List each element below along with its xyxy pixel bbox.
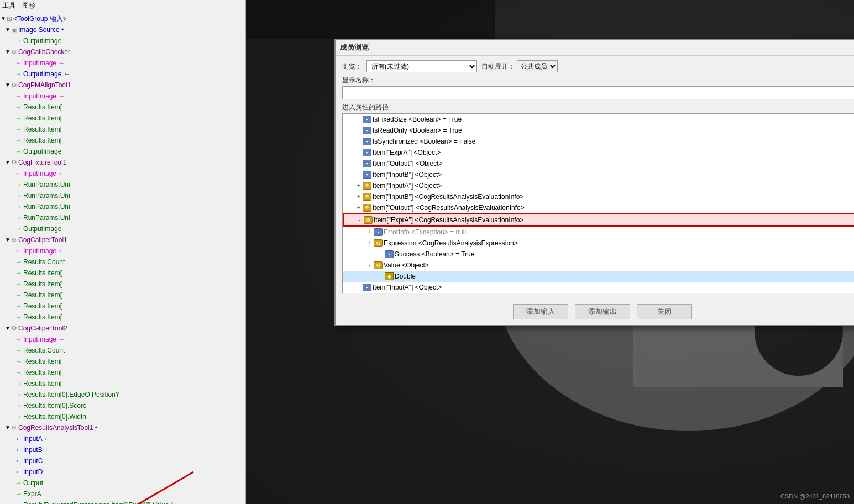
tv-item-item-inputa-end[interactable]: ▪ Item["InputA"] <Object> <box>343 282 854 293</box>
tree-item-output-rat[interactable]: → Output <box>0 477 245 489</box>
tv-item-item-expra-highlighted[interactable]: - ⚙ Item["ExprA"] <CogResultsAnalysisEva… <box>343 213 854 227</box>
tree-item-results-pm3[interactable]: → Results.Item[ <box>0 124 245 135</box>
path-label: 进入属性的路径 <box>342 103 854 112</box>
prop-icon: ▪ <box>363 138 371 145</box>
tv-label: ErrorInfo <Exception> = null <box>384 227 466 237</box>
tree-item-inputimage-cc[interactable]: ← InputImage ← <box>0 57 245 69</box>
tree-label: Results.Count <box>23 257 65 267</box>
tree-item-ri-ct1-5[interactable]: → Results.Item[ <box>0 312 245 323</box>
tree-item-outputimage1[interactable]: → OutputImage <box>0 35 245 46</box>
add-input-button[interactable]: 添加输入 <box>513 304 568 319</box>
modal-overlay: 成员浏览 × 浏览： 所有(未过滤) 公共成员 私有成员 自动展开： <box>246 0 854 504</box>
display-name-section: 显示名称： <box>342 76 854 99</box>
tree-item-runparams4[interactable]: → RunParams.Uni <box>0 212 245 223</box>
tv-item-expression[interactable]: + ⚙ Expression <CogResultsAnalysisExpres… <box>343 238 854 249</box>
tree-label: InputImage ← <box>23 334 65 344</box>
add-output-button[interactable]: 添加输出 <box>575 304 630 319</box>
tv-item-item-inputb-cog[interactable]: + ⚙ Item["InputB"] <CogResultsAnalysisEv… <box>343 191 854 202</box>
tree-item-toolgroup[interactable]: ▼ ⊞ <ToolGroup 输入> <box>0 13 245 24</box>
tree-item-score[interactable]: → Results.Item[0].Score <box>0 400 245 411</box>
close-button[interactable]: 关闭 <box>637 304 692 319</box>
tree-item-inputb[interactable]: ← InputB ← <box>0 444 245 455</box>
tv-item-item-inputb-obj[interactable]: ▪ Item["InputB"] <Object> <box>343 169 854 180</box>
tree-label: RunParams.Uni <box>23 202 70 212</box>
tree-item-count-ct2[interactable]: → Results.Count <box>0 345 245 356</box>
tree-label: InputB ← <box>23 445 51 455</box>
tree-item-imagesource[interactable]: ▼ ▣ Image Source • <box>0 24 245 35</box>
tool-tree: ▼ ⊞ <ToolGroup 输入> ▼ ▣ Image Source • → … <box>0 12 245 504</box>
tree-item-outputimage-pm[interactable]: → OutputImage <box>0 146 245 157</box>
diamond-icon: ◆ <box>385 272 394 280</box>
tree-item-cogcaliper2[interactable]: ▼ ⚙ CogCaliperTool2 <box>0 323 245 334</box>
tree-item-results-pm4[interactable]: → Results.Item[ <box>0 135 245 146</box>
tv-item-item-expra-obj[interactable]: ▪ Item["ExprA"] <Object> <box>343 147 854 158</box>
tree-item-ri-ct2-2[interactable]: → Results.Item[ <box>0 367 245 378</box>
tv-item-item-output-obj[interactable]: ▪ Item["Output"] <Object> <box>343 158 854 169</box>
tree-item-inputimage-pm[interactable]: ← InputImage ← <box>0 91 245 102</box>
tree-item-count-ct1[interactable]: → Results.Count <box>0 256 245 267</box>
tree-label: ExprA <box>23 489 41 499</box>
prop-icon: ▪ <box>374 228 383 236</box>
tree-item-ri-ct1-2[interactable]: → Results.Item[ <box>0 279 245 290</box>
tree-item-runparams2[interactable]: → RunParams.Uni <box>0 190 245 201</box>
tree-label: OutputImage <box>23 224 61 234</box>
tree-item-cogcalibchecker[interactable]: ▼ ⚙ CogCalibChecker <box>0 46 245 57</box>
tv-item-errorinfo[interactable]: + ▪ ErrorInfo <Exception> = null <box>343 227 854 238</box>
tv-label: Item["InputA"] <Object> <box>373 282 442 292</box>
tree-item-inputa[interactable]: ← InputA ← <box>0 433 245 444</box>
tree-item-outputimage-ft[interactable]: → OutputImage <box>0 223 245 234</box>
tree-item-ri-ct1-3[interactable]: → Results.Item[ <box>0 290 245 301</box>
tv-item-item-inputa-cog[interactable]: + ⚙ Item["InputA"] <Object> <box>343 180 854 191</box>
tree-label: Output <box>23 478 43 488</box>
tree-item-runparams3[interactable]: → RunParams.Uni <box>0 201 245 212</box>
tree-item-inputimage-ct2[interactable]: ← InputImage ← <box>0 334 245 345</box>
tv-item-issynchronized[interactable]: ▪ IsSynchronized <Boolean> = False <box>343 136 854 147</box>
tree-item-results-pm1[interactable]: → Results.Item[ <box>0 102 245 113</box>
tree-item-inputimage-ct1[interactable]: ← InputImage ← <box>0 245 245 256</box>
tree-label: Results.Item[ <box>23 279 62 289</box>
tree-item-edgepos[interactable]: → Results.Item[0].EdgeO.PositionY <box>0 389 245 400</box>
tree-item-ri-ct1-1[interactable]: → Results.Item[ <box>0 267 245 279</box>
tv-item-isreadonly[interactable]: ▪ IsReadOnly <Boolean> = True <box>343 125 854 136</box>
tree-item-inputd[interactable]: ← InputD <box>0 466 245 477</box>
tv-label: Item["ExprA"] <Object> <box>373 148 441 158</box>
menu-shapes[interactable]: 图形 <box>22 1 35 11</box>
filter-select[interactable]: 所有(未过滤) 公共成员 私有成员 <box>366 60 477 72</box>
tv-item-success[interactable]: ▪ Success <Boolean> = True <box>343 249 854 260</box>
tree-label: InputImage ← <box>23 246 65 256</box>
right-panel: 15.96mm 成员浏览 × 浏览： 所有(未过滤) 公共成员 私有成员 <box>246 0 854 504</box>
display-name-input[interactable] <box>342 86 854 99</box>
tree-label: Results.Item[ <box>23 268 62 278</box>
tree-item-outputimage-cc[interactable]: → OutputImage ← <box>0 69 245 80</box>
tree-item-ri-ct1-4[interactable]: → Results.Item[ <box>0 301 245 312</box>
auto-expand-select[interactable]: 公共成员 <box>517 60 558 72</box>
tree-item-cogpmalign[interactable]: ▼ ⚙ CogPMAlignTool1 <box>0 80 245 91</box>
tree-label: RunParams.Uni <box>23 213 70 223</box>
tree-item-inputc[interactable]: ← InputC <box>0 455 245 466</box>
gear-icon: ⚙ <box>363 204 371 212</box>
tree-label: OutputImage ← <box>23 69 70 79</box>
tree-item-result-eval[interactable]: → Result.EvaluatedExpressions.Item["Expr… <box>0 500 245 504</box>
menu-tools[interactable]: 工具 <box>2 1 15 11</box>
tree-item-cogresults[interactable]: ▼ ⚙ CogResultsAnalysisTool1 • <box>0 422 245 433</box>
tree-item-inputimage-ft[interactable]: ← InputImage ← <box>0 168 245 179</box>
tv-item-item-output-cog[interactable]: + ⚙ Item["Output"] <CogResultsAnalysisEv… <box>343 202 854 213</box>
tree-item-width[interactable]: → Results.Item[0].Width <box>0 411 245 422</box>
tv-label: IsSynchronized <Boolean> = False <box>373 136 475 146</box>
tree-item-ri-ct2-3[interactable]: → Results.Item[ <box>0 378 245 389</box>
tv-item-value[interactable]: - ⚙ Value <Object> <box>343 260 854 271</box>
tree-item-expra[interactable]: → ExprA <box>0 489 245 500</box>
tree-label: CogCaliperTool1 <box>18 235 67 245</box>
tv-item-double[interactable]: ◆ Double <box>343 271 854 282</box>
tree-item-results-pm2[interactable]: → Results.Item[ <box>0 113 245 124</box>
member-tree-view[interactable]: ▪ IsFixedSize <Boolean> = True ▪ IsReadO… <box>342 113 854 293</box>
tree-item-cogfixture[interactable]: ▼ ⚙ CogFixtureTool1 <box>0 157 245 168</box>
tree-item-runparams1[interactable]: → RunParams.Uni <box>0 179 245 190</box>
gear-icon: ⚙ <box>363 193 371 201</box>
filter-row: 浏览： 所有(未过滤) 公共成员 私有成员 自动展开： 公共成员 <box>342 60 854 72</box>
tree-label: Results.Item[ <box>23 124 62 134</box>
tree-item-cogcaliper1[interactable]: ▼ ⚙ CogCaliperTool1 <box>0 234 245 245</box>
tree-item-ri-ct2-1[interactable]: → Results.Item[ <box>0 356 245 367</box>
tv-item-isfixedsize[interactable]: ▪ IsFixedSize <Boolean> = True <box>343 114 854 125</box>
tv-label: Item["ExprA"] <CogResultsAnalysisEvaluat… <box>374 215 523 225</box>
